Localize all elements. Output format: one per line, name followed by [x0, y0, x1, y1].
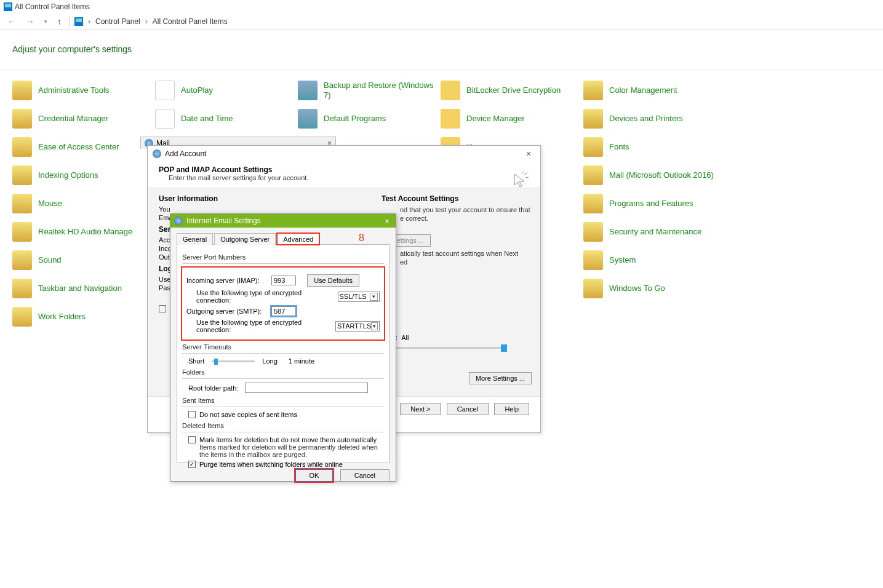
breadcrumb-sep: › [145, 17, 148, 26]
recent-dropdown-icon[interactable]: ▾ [42, 17, 50, 26]
back-arrow-icon[interactable]: ← [5, 15, 18, 28]
encryption-out-select[interactable]: STARTTLS▾ [335, 321, 380, 332]
up-arrow-icon[interactable]: ↑ [55, 15, 64, 28]
control-panel-item[interactable]: Administrative Tools [12, 81, 155, 100]
label-you: You [159, 205, 178, 213]
ies-title: Internet Email Settings [186, 217, 261, 225]
dialog-subheading: Enter the mail server settings for your … [159, 174, 529, 181]
item-label: Sound [38, 255, 62, 265]
root-folder-input[interactable] [245, 383, 368, 393]
item-label: Administrative Tools [38, 85, 109, 95]
control-panel-item[interactable]: Backup and Restore (Windows 7) [298, 81, 441, 100]
item-icon [155, 81, 175, 100]
mark-deletion-note: Items marked for deletion will be perman… [199, 443, 384, 458]
control-panel-item[interactable]: Taskbar and Navigation [12, 279, 155, 298]
control-panel-item[interactable]: Work Folders [12, 307, 155, 327]
timeout-slider[interactable] [212, 360, 255, 362]
control-panel-item[interactable]: Programs and Features [583, 194, 726, 213]
cancel-button[interactable]: Cancel [447, 403, 489, 415]
item-label: Fonts [609, 142, 629, 152]
offline-slider[interactable] [382, 347, 505, 349]
control-panel-item[interactable]: Credential Manager [12, 109, 155, 129]
slider-thumb[interactable] [501, 344, 507, 352]
item-icon [583, 222, 603, 242]
item-label: Mouse [38, 199, 62, 209]
item-label: Taskbar and Navigation [38, 284, 122, 293]
no-save-checkbox[interactable] [188, 411, 196, 418]
control-panel-item[interactable]: Security and Maintenance [583, 222, 726, 242]
breadcrumb-leaf[interactable]: All Control Panel Items [153, 17, 228, 26]
cursor-icon [512, 172, 529, 189]
control-panel-icon [4, 2, 12, 11]
help-button[interactable]: Help [494, 403, 529, 415]
item-icon [583, 137, 603, 157]
add-account-titlebar: Add Account × [148, 146, 540, 162]
item-icon [12, 250, 32, 270]
encryption-in-label: Use the following type of encrypted conn… [196, 289, 334, 304]
item-label: Credential Manager [38, 114, 108, 124]
auto-note1: atically test account settings when Next [382, 249, 532, 258]
tab-general[interactable]: General [177, 233, 213, 245]
offline-all: All [401, 334, 409, 341]
window-titlebar: All Control Panel Items [0, 0, 883, 14]
control-panel-item[interactable]: Fonts [583, 137, 726, 157]
control-panel-item[interactable]: AutoPlay [155, 81, 298, 100]
more-settings-button[interactable]: More Settings ... [469, 372, 532, 384]
item-icon [583, 165, 603, 185]
incoming-port-input[interactable] [271, 276, 296, 285]
item-icon [298, 81, 318, 100]
svg-line-1 [525, 177, 529, 178]
checkbox-spa[interactable] [159, 305, 166, 312]
item-label: Devices and Printers [609, 114, 683, 124]
close-icon[interactable]: × [522, 149, 535, 159]
mark-deletion-checkbox[interactable] [188, 436, 196, 443]
item-icon [155, 109, 175, 129]
breadcrumb-sep: › [88, 17, 90, 26]
purge-checkbox[interactable]: ✓ [188, 461, 196, 468]
control-panel-item[interactable]: Realtek HD Audio Manage [12, 222, 155, 242]
ok-button[interactable]: OK [295, 469, 334, 482]
item-icon [441, 109, 460, 129]
encryption-in-select[interactable]: SSL/TLS▾ [338, 292, 380, 302]
no-save-label: Do not save copies of sent items [199, 411, 297, 418]
slider-thumb[interactable] [214, 359, 218, 365]
encryption-out-label: Use the following type of encrypted conn… [196, 319, 332, 333]
control-panel-item[interactable]: Mouse [12, 194, 155, 213]
control-panel-item[interactable]: Device Manager [441, 109, 583, 129]
globe-icon [153, 149, 161, 158]
control-panel-item[interactable]: System [583, 250, 726, 270]
use-defaults-button[interactable]: Use Defaults [307, 274, 359, 287]
control-panel-item[interactable]: Default Programs [298, 109, 441, 129]
purge-label: Purge items when switching folders while… [199, 461, 343, 468]
cancel-button[interactable]: Cancel [340, 469, 390, 482]
encryption-in-value: SSL/TLS [340, 293, 367, 300]
control-panel-item[interactable]: Color Management [583, 81, 726, 100]
tab-advanced[interactable]: Advanced [277, 233, 319, 245]
ies-titlebar: Internet Email Settings × [170, 214, 396, 228]
outgoing-port-input[interactable] [271, 306, 296, 316]
internet-email-settings-dialog: Internet Email Settings × General Outgoi… [170, 213, 396, 482]
breadcrumb-root[interactable]: Control Panel [95, 17, 140, 26]
item-label: System [609, 255, 636, 265]
chevron-down-icon: ▾ [370, 293, 378, 301]
item-label: Programs and Features [609, 199, 693, 209]
control-panel-item[interactable]: Indexing Options [12, 165, 155, 185]
control-panel-item[interactable]: Sound [12, 250, 155, 270]
close-icon[interactable]: × [381, 217, 393, 226]
control-panel-item[interactable]: Mail (Microsoft Outlook 2016) [583, 165, 726, 185]
tab-outgoing-server[interactable]: Outgoing Server [214, 233, 276, 245]
next-button[interactable]: Next > [400, 403, 441, 415]
mark-deletion-label: Mark items for deletion but do not move … [199, 436, 377, 443]
sent-items-label: Sent Items [182, 397, 384, 404]
item-icon [12, 137, 32, 157]
control-panel-item[interactable]: BitLocker Drive Encryption [441, 81, 583, 100]
control-panel-item[interactable]: Ease of Access Center [12, 137, 155, 157]
root-folder-label: Root folder path: [188, 384, 241, 392]
control-panel-item[interactable]: Windows To Go [583, 279, 726, 298]
control-panel-item[interactable]: Devices and Printers [583, 109, 726, 129]
svg-line-0 [524, 173, 527, 175]
forward-arrow-icon[interactable]: → [23, 15, 37, 28]
item-label: Color Management [609, 85, 677, 95]
control-panel-item[interactable]: Date and Time [155, 109, 298, 129]
section-test: Test Account Settings [382, 194, 532, 203]
